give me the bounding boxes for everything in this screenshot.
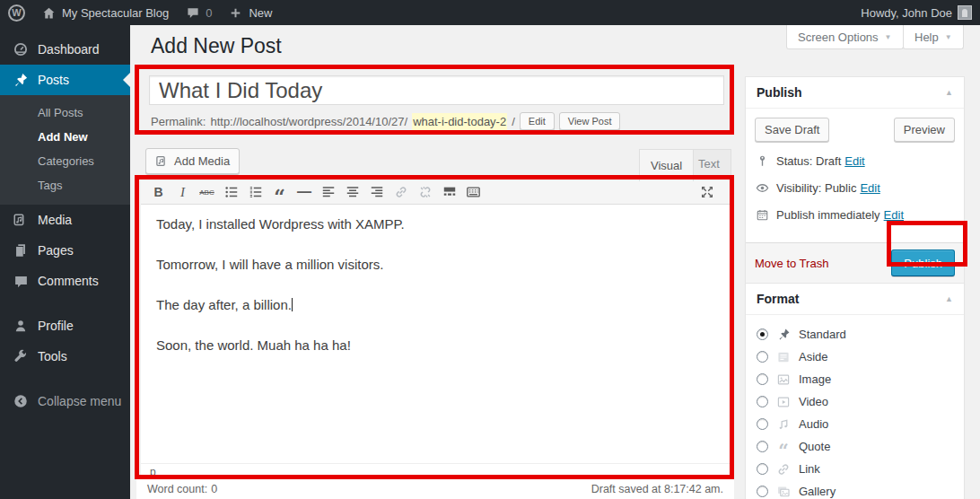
new-label: New	[249, 6, 272, 20]
collapse-toggle-icon[interactable]: ▲	[945, 294, 953, 303]
publish-button[interactable]: Publish	[891, 250, 955, 276]
sidebar-item-posts[interactable]: Posts	[0, 65, 130, 95]
format-option-image[interactable]: Image	[757, 368, 953, 390]
schedule-row: Publish immediately Edit	[755, 207, 955, 223]
horizontal-rule-button[interactable]: —	[292, 182, 316, 203]
edit-status-link[interactable]: Edit	[844, 154, 864, 168]
radio-standard[interactable]	[757, 328, 768, 340]
align-center-icon	[346, 185, 360, 199]
edit-permalink-button[interactable]: Edit	[520, 112, 555, 130]
editor-paragraph: Today, I installed Wordpress with XAMPP.	[156, 216, 714, 232]
screen-options-button[interactable]: Screen Options ▼	[786, 25, 904, 49]
bold-button[interactable]: B	[146, 182, 171, 203]
publish-box-title: Publish	[757, 85, 802, 100]
permalink-row: Permalink: http://localhost/wordpress/20…	[151, 109, 620, 133]
remove-link-button[interactable]	[413, 182, 437, 203]
radio-image[interactable]	[757, 373, 768, 385]
format-option-audio[interactable]: Audio	[757, 413, 953, 435]
aside-icon	[775, 349, 792, 365]
format-label-video: Video	[799, 395, 828, 408]
pages-icon	[12, 241, 30, 259]
align-left-icon	[321, 185, 336, 199]
align-right-button[interactable]	[364, 182, 389, 203]
radio-video[interactable]	[757, 396, 768, 407]
distraction-free-button[interactable]	[695, 182, 719, 203]
radio-aside[interactable]	[757, 351, 768, 363]
radio-audio[interactable]	[757, 418, 768, 430]
save-draft-button[interactable]: Save Draft	[755, 118, 829, 142]
element-path-indicator[interactable]: p	[150, 466, 156, 478]
bold-icon: B	[153, 185, 162, 199]
pushpin-icon	[775, 327, 792, 343]
format-option-link[interactable]: Link	[757, 458, 953, 480]
comment-bubble-icon	[185, 5, 200, 21]
italic-button[interactable]: I	[171, 182, 195, 203]
gallery-icon	[775, 484, 792, 499]
insert-more-tag-button[interactable]	[437, 182, 461, 203]
comments-menu[interactable]: 0	[177, 0, 220, 25]
format-box-body: Standard Aside Image	[746, 315, 964, 499]
collapse-toggle-icon[interactable]: ▲	[945, 88, 953, 97]
tab-visual[interactable]: Visual	[639, 149, 694, 181]
posts-submenu: All Posts Add New Categories Tags	[0, 95, 130, 205]
submenu-item-add-new[interactable]: Add New	[0, 125, 130, 149]
edit-visibility-link[interactable]: Edit	[860, 181, 879, 195]
post-title-input[interactable]	[149, 75, 724, 105]
blockquote-button[interactable]: “	[267, 182, 292, 203]
sidebar-item-tools[interactable]: Tools	[0, 341, 130, 372]
format-option-gallery[interactable]: Gallery	[757, 480, 953, 499]
publish-box-header[interactable]: Publish ▲	[746, 77, 964, 109]
format-option-standard[interactable]: Standard	[757, 323, 953, 346]
status-value: Draft	[816, 154, 841, 168]
view-post-button[interactable]: View Post	[559, 112, 621, 130]
italic-icon: I	[180, 185, 185, 200]
sidebar-item-profile[interactable]: Profile	[0, 311, 130, 341]
format-label-audio: Audio	[799, 417, 828, 431]
admin-menu-sidebar: Dashboard Posts All Posts Add New Catego…	[0, 25, 130, 499]
my-account-menu[interactable]: Howdy, John Doe	[853, 0, 980, 25]
insert-link-button[interactable]	[389, 182, 413, 203]
wordpress-logo-menu[interactable]: W	[0, 0, 33, 25]
format-label-standard: Standard	[799, 328, 846, 341]
format-option-aside[interactable]: Aside	[757, 346, 953, 368]
site-name-menu[interactable]: My Spectacular Blog	[33, 0, 177, 25]
edit-schedule-link[interactable]: Edit	[884, 208, 904, 222]
permalink-label: Permalink:	[151, 115, 206, 128]
sidebar-item-media[interactable]: Media	[0, 205, 130, 235]
horizontal-rule-icon: —	[297, 184, 311, 200]
editor-frame: B I ABC “ —	[141, 180, 730, 479]
radio-gallery[interactable]	[757, 486, 768, 497]
move-to-trash-link[interactable]: Move to Trash	[755, 257, 828, 270]
format-label-quote: Quote	[799, 440, 830, 453]
sidebar-item-pages[interactable]: Pages	[0, 235, 130, 266]
radio-link[interactable]	[757, 463, 768, 475]
sidebar-item-comments[interactable]: Comments	[0, 266, 130, 296]
format-box-header[interactable]: Format ▲	[746, 284, 964, 315]
draft-saved-status: Draft saved at 8:17:42 am.	[591, 483, 723, 495]
text-cursor	[292, 298, 293, 311]
editor-content-area[interactable]: Today, I installed Wordpress with XAMPP.…	[141, 205, 730, 463]
radio-quote[interactable]	[757, 441, 768, 452]
format-metabox: Format ▲ Standard Aside	[745, 283, 965, 499]
add-media-button[interactable]: Add Media	[145, 148, 240, 174]
help-button[interactable]: Help ▼	[903, 25, 964, 49]
bullet-list-button[interactable]	[219, 182, 243, 203]
format-option-video[interactable]: Video	[757, 390, 953, 413]
preview-button[interactable]: Preview	[894, 118, 955, 142]
toolbar-toggle-button[interactable]	[461, 182, 486, 203]
toolbar-toggle-icon	[466, 185, 481, 199]
sidebar-label-pages: Pages	[38, 243, 74, 258]
new-content-menu[interactable]: New	[220, 0, 280, 25]
format-option-quote[interactable]: “ Quote	[757, 435, 953, 458]
align-left-button[interactable]	[316, 182, 340, 203]
align-center-button[interactable]	[340, 182, 364, 203]
submenu-item-all-posts[interactable]: All Posts	[0, 101, 130, 125]
numbered-list-button[interactable]	[243, 182, 267, 203]
permalink-slug[interactable]: what-i-did-today-2	[412, 113, 507, 130]
sidebar-item-dashboard[interactable]: Dashboard	[0, 34, 130, 65]
link-icon	[394, 185, 408, 199]
submenu-item-categories[interactable]: Categories	[0, 149, 130, 173]
submenu-item-tags[interactable]: Tags	[0, 173, 130, 197]
strikethrough-button[interactable]: ABC	[195, 182, 219, 203]
sidebar-item-collapse-menu[interactable]: Collapse menu	[0, 386, 130, 416]
